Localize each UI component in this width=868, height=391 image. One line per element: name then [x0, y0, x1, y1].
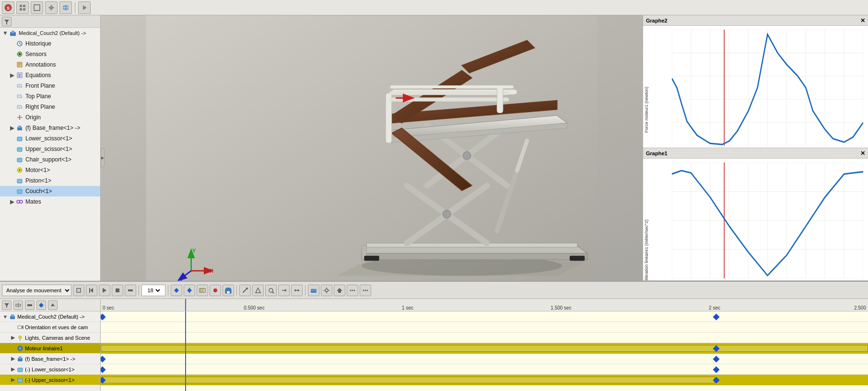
anim-sep2: [168, 285, 168, 296]
tl-item-lights[interactable]: ▶ Lights, Cameras and Scene: [0, 333, 100, 343]
tl-item-orientation[interactable]: Orientation et vues de cam: [0, 322, 100, 333]
tree-item-equations[interactable]: ▶ Σ Equations: [0, 70, 100, 80]
tl-toggle-base[interactable]: ▶: [10, 356, 16, 362]
viewport-resize-handle[interactable]: ▶: [101, 148, 105, 167]
tree-item-origin[interactable]: Origin: [0, 112, 100, 123]
tl-item-root[interactable]: ▼ Medical_Couch2 (Default) ->: [0, 311, 100, 322]
toolbar-btn-square[interactable]: [31, 1, 43, 14]
svg-rect-3: [23, 5, 25, 7]
part-icon-chair: [15, 155, 24, 164]
track-playhead[interactable]: [185, 311, 186, 391]
svg-marker-194: [51, 303, 55, 306]
frame-counter[interactable]: 18: [141, 285, 165, 296]
diamond-base-end[interactable]: [713, 356, 719, 362]
tree-item-couch[interactable]: Couch<1>: [0, 186, 100, 196]
tree-item-sensors[interactable]: Sensors: [0, 49, 100, 59]
anim-btn-timeline[interactable]: [197, 285, 208, 296]
tree-item-right-plane[interactable]: Right Plane: [0, 102, 100, 112]
svg-text:Z: Z: [179, 278, 183, 281]
tl-item-lower-tl[interactable]: ▶ (-) Lower_scissor<1>: [0, 364, 100, 375]
tl-toggle-upper[interactable]: ▶: [10, 377, 16, 383]
tree-item-chair-support[interactable]: Chair_support<1>: [0, 154, 100, 165]
tree-item-lower-scissor[interactable]: Lower_scissor<1>: [0, 133, 100, 144]
anim-btn-record[interactable]: [210, 285, 221, 296]
timeline-tracks-area: 0 sec 0.500 sec 1 sec 1.500 sec 2 sec: [101, 299, 868, 391]
svg-rect-5: [23, 8, 25, 11]
tl-item-base-frame-tl[interactable]: ▶ (f) Base_frame<1> ->: [0, 354, 100, 364]
anim-btn-settings[interactable]: [321, 285, 332, 296]
toolbar-btn-globe[interactable]: [59, 1, 72, 14]
diamond-start[interactable]: [101, 313, 106, 320]
anim-btn-stop2[interactable]: [125, 285, 136, 296]
tree-item-base-frame[interactable]: ▶ (f) Base_frame<1> ->: [0, 123, 100, 133]
svg-text:X: X: [210, 268, 213, 274]
tl-more-btn[interactable]: [48, 300, 58, 310]
frame-select[interactable]: 18: [146, 287, 162, 294]
anim-btn-stop[interactable]: [112, 285, 123, 296]
diamond-lower-start[interactable]: [101, 366, 106, 373]
anim-btn-more1[interactable]: [347, 285, 358, 296]
time-2500ms: 2.500 sec: [854, 299, 868, 311]
tree-item-top-plane[interactable]: Top Plane: [0, 91, 100, 102]
timeline-left: ▼ Medical_Couch2 (Default) -> Orientatio…: [0, 299, 101, 391]
tree-item-annotations[interactable]: Annotations: [0, 59, 100, 70]
tl-expand-btn[interactable]: [13, 300, 23, 310]
viewport[interactable]: Y X Z ▶: [101, 15, 643, 281]
anim-btn-key2[interactable]: [184, 285, 195, 296]
diamond-lower-end[interactable]: [713, 366, 719, 373]
tl-keys-btn[interactable]: [36, 300, 46, 310]
tl-toggle-lower[interactable]: ▶: [10, 366, 16, 373]
graph2-close-btn[interactable]: ✕: [860, 17, 865, 24]
tl-collapse-btn[interactable]: [25, 300, 35, 310]
tree-item-motor[interactable]: Motor<1>: [0, 165, 100, 175]
anim-btn-save[interactable]: [223, 285, 234, 296]
part-icon-lower: [15, 134, 24, 143]
playhead[interactable]: [185, 299, 186, 311]
mates-icon: [15, 197, 24, 206]
anim-btn-properties[interactable]: [73, 285, 84, 296]
tree-root[interactable]: ▼ Medical_Couch2 (Default) ->: [0, 28, 100, 38]
diamond-base-start[interactable]: [101, 356, 106, 362]
tl-item-upper-tl[interactable]: ▶ (-) Upper_scissor<1>: [0, 375, 100, 385]
tl-toggle-root[interactable]: ▼: [2, 313, 9, 320]
anim-btn-rewind[interactable]: [86, 285, 97, 296]
track-lights: [101, 333, 868, 343]
tree-item-upper-scissor[interactable]: Upper_scissor<1>: [0, 144, 100, 154]
tree-item-mates[interactable]: ▶ Mates: [0, 196, 100, 207]
anim-btn-more2[interactable]: [360, 285, 371, 296]
animation-mode-dropdown[interactable]: Analyse de mouvement: [2, 285, 71, 296]
graph2-x-label: Durée (sec): [672, 147, 863, 148]
anim-btn-tool5[interactable]: [291, 285, 303, 296]
left-panel: ▼ Medical_Couch2 (Default) -> Historique…: [0, 15, 101, 281]
tl-assembly-icon: [9, 313, 16, 321]
anim-btn-export[interactable]: [334, 285, 345, 296]
tl-item-motor[interactable]: Moteur linéaire1: [0, 343, 100, 354]
filter-btn[interactable]: [2, 17, 12, 26]
svg-point-187: [365, 289, 366, 291]
diamond-end[interactable]: [713, 313, 719, 320]
svg-rect-16: [12, 31, 14, 33]
toolbar-btn-grid[interactable]: [16, 1, 29, 14]
tree-item-piston[interactable]: Piston<1>: [0, 175, 100, 186]
model-svg: Y X Z: [101, 15, 643, 281]
anim-btn-tool3[interactable]: [265, 285, 277, 296]
anim-btn-tool2[interactable]: [252, 285, 264, 296]
toolbar-btn-crosshair[interactable]: [45, 1, 58, 14]
toolbar-btn-logo[interactable]: S: [2, 1, 14, 14]
toolbar-btn-next[interactable]: [78, 1, 91, 14]
tree-item-historique[interactable]: Historique: [0, 38, 100, 49]
svg-rect-47: [570, 256, 585, 261]
tl-filter-btn[interactable]: [2, 300, 12, 310]
anim-btn-key1[interactable]: [171, 285, 182, 296]
graph1-close-btn[interactable]: ✕: [860, 150, 865, 157]
tree-item-front-plane[interactable]: Front Plane: [0, 80, 100, 91]
graph1-x-label: Durée (sec): [672, 280, 863, 280]
tree-toggle-root[interactable]: ▼: [2, 30, 9, 36]
top-toolbar: S: [0, 0, 868, 15]
anim-btn-tool4[interactable]: [278, 285, 290, 296]
anim-btn-play[interactable]: [99, 285, 110, 296]
tl-toggle-lights[interactable]: ▶: [10, 334, 16, 341]
anim-btn-tool1[interactable]: [239, 285, 251, 296]
time-2sec: 2 sec: [709, 299, 720, 311]
anim-btn-scene[interactable]: [308, 285, 319, 296]
